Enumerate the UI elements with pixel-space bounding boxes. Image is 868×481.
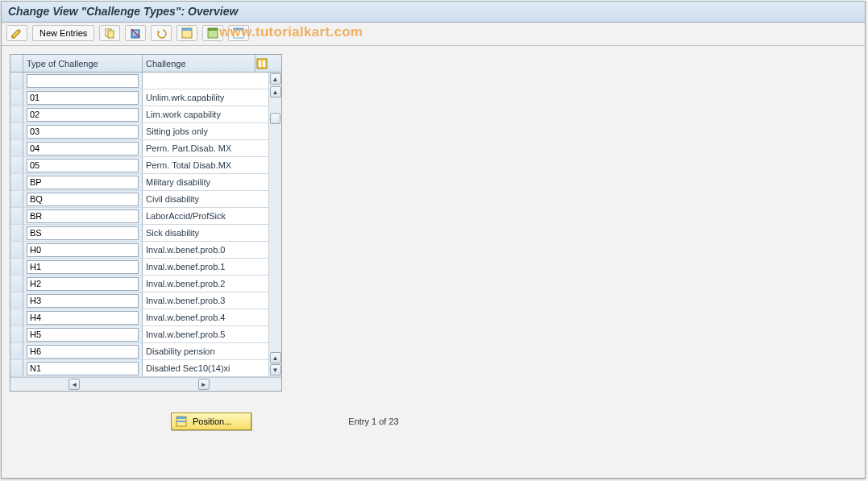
table-config-icon[interactable] xyxy=(255,55,268,72)
cell-type xyxy=(23,208,143,224)
cell-type xyxy=(23,89,143,106)
cell-challenge[interactable]: Perm. Part.Disab. MX xyxy=(143,140,255,156)
type-input[interactable] xyxy=(27,294,139,308)
row-selector[interactable] xyxy=(10,309,23,326)
type-input[interactable] xyxy=(27,142,139,155)
horizontal-scrollbar[interactable]: ◄ ► xyxy=(10,377,281,391)
select-block-icon[interactable] xyxy=(202,25,223,41)
table-row: Unlim.wrk.capability xyxy=(10,89,281,106)
table-body: Unlim.wrk.capabilityLim.work capabilityS… xyxy=(10,73,281,377)
type-input[interactable] xyxy=(27,243,139,257)
cell-challenge[interactable]: Military disability xyxy=(143,174,255,190)
type-input[interactable] xyxy=(27,311,139,325)
type-input[interactable] xyxy=(27,193,139,206)
type-input[interactable] xyxy=(27,91,139,105)
select-all-header[interactable] xyxy=(10,55,23,72)
row-selector[interactable] xyxy=(10,191,23,207)
table-row: Inval.w.benef.prob.2 xyxy=(10,276,281,292)
row-selector[interactable] xyxy=(10,242,23,258)
scroll-up-icon-2[interactable]: ▲ xyxy=(270,86,281,97)
row-selector[interactable] xyxy=(10,259,23,275)
row-selector[interactable] xyxy=(10,174,23,190)
cell-type xyxy=(23,259,143,275)
scroll-up-icon[interactable]: ▲ xyxy=(270,73,281,85)
type-input[interactable] xyxy=(27,176,139,189)
cell-challenge[interactable]: LaborAccid/ProfSick xyxy=(143,208,255,224)
cell-challenge[interactable]: Sitting jobs only xyxy=(143,123,255,139)
cell-challenge[interactable]: Civil disability xyxy=(143,191,255,207)
row-selector[interactable] xyxy=(10,225,23,241)
type-input[interactable] xyxy=(27,277,139,291)
table-row: Inval.w.benef.prob.1 xyxy=(10,259,281,276)
select-all-icon[interactable] xyxy=(177,25,197,41)
type-input[interactable] xyxy=(27,209,139,223)
type-input[interactable] xyxy=(27,328,139,342)
type-input[interactable] xyxy=(27,260,139,274)
table-row: Disabled Sec10(14)xi xyxy=(10,360,281,377)
cell-challenge[interactable]: Inval.w.benef.prob.1 xyxy=(143,259,255,275)
cell-challenge[interactable] xyxy=(143,73,255,89)
row-selector[interactable] xyxy=(10,208,23,224)
row-selector[interactable] xyxy=(10,326,23,342)
type-input[interactable] xyxy=(27,108,139,122)
scroll-right-icon[interactable]: ► xyxy=(198,379,210,390)
scroll-left-icon[interactable]: ◄ xyxy=(69,379,80,390)
table-row: LaborAccid/ProfSick xyxy=(10,208,281,225)
delete-icon[interactable] xyxy=(125,25,146,41)
new-entries-button[interactable]: New Entries xyxy=(32,25,94,41)
position-button[interactable]: Position... xyxy=(171,413,251,430)
cell-type xyxy=(23,292,143,309)
type-input[interactable] xyxy=(27,226,139,240)
row-selector[interactable] xyxy=(10,157,23,173)
table-row: Civil disability xyxy=(10,191,281,208)
cell-challenge[interactable]: Disabled Sec10(14)xi xyxy=(143,360,255,376)
type-input[interactable] xyxy=(27,362,139,375)
copy-as-icon[interactable] xyxy=(99,25,120,41)
row-selector[interactable] xyxy=(10,123,23,139)
svg-rect-13 xyxy=(177,417,186,419)
cell-challenge[interactable]: Inval.w.benef.prob.4 xyxy=(143,309,255,326)
cell-challenge[interactable]: Sick disability xyxy=(143,225,255,241)
cell-type xyxy=(23,157,143,173)
row-selector[interactable] xyxy=(10,140,23,156)
cell-challenge[interactable]: Inval.w.benef.prob.3 xyxy=(143,292,255,309)
scroll-down-icon[interactable]: ▼ xyxy=(270,364,281,375)
undo-icon[interactable] xyxy=(151,25,172,41)
col-header-challenge[interactable]: Challenge xyxy=(143,55,255,72)
scroll-down-icon-2[interactable]: ▲ xyxy=(270,352,281,363)
vertical-scrollbar[interactable]: ▲ ▲ ▲ ▼ xyxy=(268,73,281,376)
row-selector[interactable] xyxy=(10,292,23,309)
challenge-table: Type of Challenge Challenge Unlim.wrk.ca… xyxy=(10,54,282,392)
type-input[interactable] xyxy=(27,125,139,139)
row-selector[interactable] xyxy=(10,89,23,106)
cell-type xyxy=(23,191,143,207)
cell-challenge[interactable]: Perm. Total Disab.MX xyxy=(143,157,255,173)
svg-rect-9 xyxy=(257,59,267,68)
row-selector[interactable] xyxy=(10,276,23,292)
cell-challenge[interactable]: Inval.w.benef.prob.0 xyxy=(143,242,255,258)
row-selector[interactable] xyxy=(10,73,23,89)
cell-challenge[interactable]: Inval.w.benef.prob.2 xyxy=(143,276,255,292)
cell-type xyxy=(23,123,143,139)
row-selector[interactable] xyxy=(10,106,23,122)
type-input[interactable] xyxy=(27,159,139,172)
type-input[interactable] xyxy=(27,345,139,359)
cell-challenge[interactable]: Unlim.wrk.capability xyxy=(143,89,255,106)
type-input[interactable] xyxy=(27,74,139,88)
table-row: Perm. Total Disab.MX xyxy=(10,157,281,174)
cell-challenge[interactable]: Lim.work capability xyxy=(143,106,255,122)
deselect-all-icon[interactable] xyxy=(228,25,249,41)
cell-challenge[interactable]: Inval.w.benef.prob.5 xyxy=(143,326,255,342)
row-selector[interactable] xyxy=(10,360,23,376)
scroll-track[interactable] xyxy=(269,98,281,351)
col-header-type[interactable]: Type of Challenge xyxy=(23,55,143,72)
cell-type xyxy=(23,106,143,122)
svg-rect-1 xyxy=(108,31,114,38)
cell-challenge[interactable]: Disability pension xyxy=(143,343,255,359)
cell-type xyxy=(23,225,143,241)
row-selector[interactable] xyxy=(10,343,23,359)
cell-type xyxy=(23,343,143,359)
scroll-thumb[interactable] xyxy=(270,113,280,124)
toggle-change-icon[interactable] xyxy=(6,25,27,41)
cell-type xyxy=(23,242,143,258)
